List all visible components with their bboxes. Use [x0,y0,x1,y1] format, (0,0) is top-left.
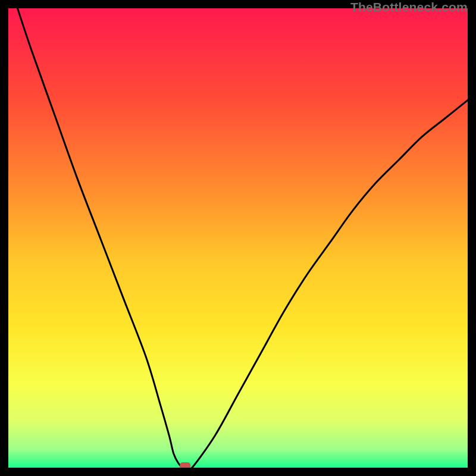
heat-background [8,8,468,468]
minimum-marker [180,462,190,468]
chart-frame: TheBottleneck.com [0,0,476,476]
bottleneck-plot [8,8,468,468]
watermark-label: TheBottleneck.com [350,0,468,14]
